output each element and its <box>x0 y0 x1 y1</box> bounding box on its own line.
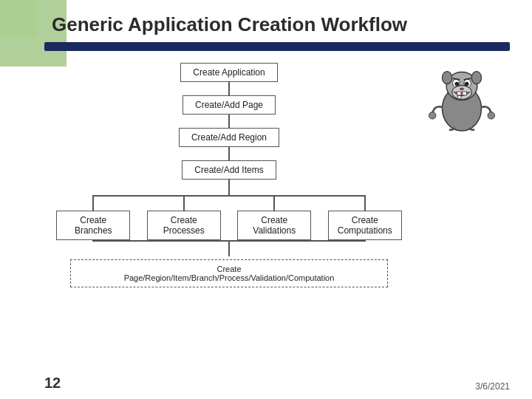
create-processes-box: CreateProcesses <box>147 211 221 240</box>
branch-v-connector-4 <box>364 196 366 211</box>
create-computations-box: CreateComputations <box>328 211 402 240</box>
branch-item-validations: CreateValidations <box>235 196 314 240</box>
svg-rect-10 <box>463 92 467 95</box>
branch-row: CreateBranches CreateProcesses CreateVal… <box>48 196 410 240</box>
branch-v-connector-3 <box>273 196 275 211</box>
branch-item-computations: CreateComputations <box>326 196 405 240</box>
svg-rect-9 <box>457 92 461 95</box>
branch-merge <box>48 240 410 256</box>
connector-1 <box>228 82 230 95</box>
create-application-box: Create Application <box>180 63 277 82</box>
svg-point-14 <box>471 72 481 84</box>
svg-point-13 <box>442 72 451 84</box>
connector-3 <box>228 147 230 160</box>
page-container: Generic Application Creation Workflow Cr… <box>0 0 532 399</box>
branch-item-processes: CreateProcesses <box>145 196 224 240</box>
branch-item-branches: CreateBranches <box>54 196 133 240</box>
branch-v-connector-1 <box>92 196 94 211</box>
create-add-page-box: Create/Add Page <box>183 95 276 115</box>
branch-spread <box>48 180 410 196</box>
create-branches-box: CreateBranches <box>56 211 130 240</box>
svg-rect-11 <box>457 96 461 99</box>
page-number: 12 <box>44 375 61 392</box>
connector-merge <box>228 240 230 256</box>
navy-bar <box>44 42 510 51</box>
svg-point-12 <box>460 87 464 90</box>
create-add-items-box: Create/Add Items <box>182 160 276 180</box>
branch-v-connector-2 <box>183 196 185 211</box>
main-content: Create Application Create/Add Page Creat… <box>44 63 510 372</box>
connector-2 <box>228 115 230 128</box>
svg-point-16 <box>488 112 494 119</box>
create-all-box: Create Page/Region/Item/Branch/Process/V… <box>70 259 388 287</box>
connector-4 <box>228 180 230 196</box>
workflow-diagram: Create Application Create/Add Page Creat… <box>44 63 414 372</box>
footer-date: 3/6/2021 <box>475 381 510 392</box>
mascot-area <box>414 63 510 372</box>
footer: 12 3/6/2021 <box>44 372 510 392</box>
create-add-region-box: Create/Add Region <box>179 128 279 147</box>
page-title: Generic Application Creation Workflow <box>52 13 510 36</box>
create-all-subtitle: Page/Region/Item/Branch/Process/Validati… <box>124 273 335 282</box>
taz-mascot <box>425 66 499 133</box>
create-validations-box: CreateValidations <box>237 211 311 240</box>
svg-point-15 <box>429 112 435 119</box>
